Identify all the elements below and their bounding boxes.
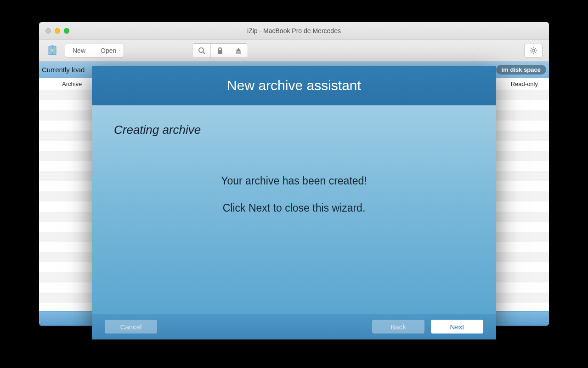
assistant-message-2: Click Next to close this wizard.	[114, 202, 474, 214]
status-text: Currently load	[42, 66, 85, 74]
minimize-window-button[interactable]	[55, 28, 60, 34]
svg-rect-0	[51, 49, 53, 52]
new-button[interactable]: New	[65, 44, 93, 57]
next-button[interactable]: Next	[431, 320, 483, 334]
svg-line-11	[535, 52, 536, 53]
close-window-button[interactable]	[45, 28, 51, 34]
cancel-button[interactable]: Cancel	[105, 320, 157, 334]
titlebar: iZip - MacBook Pro de Mercedes	[39, 22, 549, 40]
new-archive-assistant-dialog: New archive assistant Creating archive Y…	[92, 66, 496, 339]
assistant-body: Creating archive Your archive has been c…	[92, 105, 496, 314]
eject-icon-button[interactable]	[229, 44, 248, 58]
assistant-message-1: Your archive has been created!	[114, 175, 474, 187]
lock-icon-button[interactable]	[211, 44, 229, 58]
svg-rect-3	[218, 50, 222, 54]
svg-line-12	[531, 52, 531, 53]
svg-line-2	[203, 52, 205, 54]
assistant-footer: Cancel Back Next	[92, 314, 496, 339]
column-readonly[interactable]: Read-only	[505, 78, 549, 90]
svg-line-10	[531, 48, 531, 49]
gear-icon	[529, 46, 537, 55]
action-icons-group	[192, 43, 248, 58]
search-icon-button[interactable]	[192, 44, 211, 58]
window-title: iZip - MacBook Pro de Mercedes	[39, 27, 549, 34]
app-icon	[45, 44, 59, 58]
settings-button[interactable]	[524, 44, 543, 58]
disk-space-badge[interactable]: im disk space	[496, 65, 546, 75]
back-button[interactable]: Back	[372, 320, 424, 334]
svg-rect-4	[236, 52, 241, 54]
maximize-window-button[interactable]	[64, 28, 69, 34]
file-button-group: New Open	[65, 44, 124, 58]
open-button[interactable]: Open	[93, 44, 124, 57]
assistant-subtitle: Creating archive	[114, 123, 474, 137]
svg-point-5	[532, 49, 535, 52]
toolbar: New Open	[39, 40, 549, 62]
assistant-title: New archive assistant	[92, 66, 496, 105]
svg-line-13	[535, 48, 536, 49]
window-controls	[39, 28, 69, 34]
